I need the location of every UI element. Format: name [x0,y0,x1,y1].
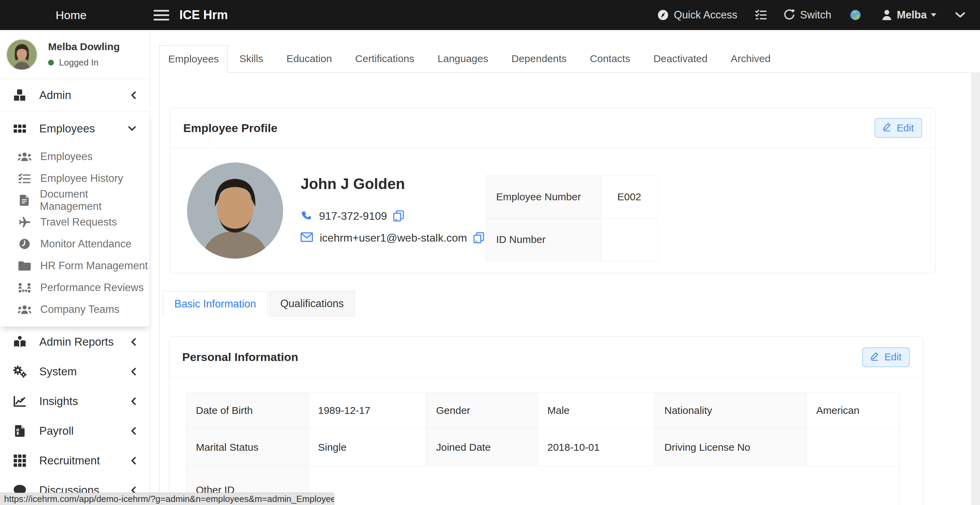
tab-certifications[interactable]: Certifications [344,45,426,73]
sidebar-group-recruitment[interactable]: Recruitment [0,446,150,475]
table-row: Employee Number E002 [486,176,658,218]
field-label: Employee Number [486,176,601,218]
tab-dependents[interactable]: Dependents [500,45,578,73]
edit-personal-information-button[interactable]: Edit [862,347,910,367]
user-menu-label: Melba [897,9,927,21]
plane-icon [17,217,32,228]
copy-icon[interactable] [473,232,484,244]
top-navbar: Home ICE Hrm Quick Access [0,0,980,30]
sidebar-item-hr-form-management[interactable]: HR Form Management [0,255,150,277]
edit-button-label: Edit [885,352,902,363]
subtab-basic-information[interactable]: Basic Information [163,291,268,316]
hamburger-icon[interactable] [154,10,169,21]
module-tabs: Employees Skills Education Certification… [159,45,782,73]
home-link[interactable]: Home [56,8,87,22]
payroll-file-icon [13,425,27,437]
tab-archived[interactable]: Archived [719,45,782,73]
status-dot [48,60,54,65]
tab-employees[interactable]: Employees [159,45,228,73]
app-brand[interactable]: ICE Hrm [180,8,228,22]
sidebar-item-employee-history[interactable]: Employee History [0,167,150,190]
tab-contacts[interactable]: Contacts [578,45,642,73]
sidebar-item-performance-reviews[interactable]: Performance Reviews [0,277,150,299]
field-value [601,218,658,261]
personal-information-card: Personal Information Edit Date of Birth [169,336,923,505]
switch-button[interactable]: Switch [783,9,831,21]
field-value: American [807,392,899,429]
field-label: Gender [426,392,538,429]
sidebar-item-label: Travel Requests [40,216,117,228]
sidebar-item-label: Company Teams [40,303,119,315]
tab-education[interactable]: Education [275,45,343,73]
grid-icon [13,124,27,134]
link-preview-status-bar: https://icehrm.com/app/demo-icehrm/?g=ad… [0,493,334,505]
table-row: ID Number [486,218,658,261]
switch-label: Switch [800,9,831,21]
chevron-down-icon [128,126,136,131]
tab-languages[interactable]: Languages [426,45,500,73]
sidebar-item-company-teams[interactable]: Company Teams [0,299,150,320]
subtab-qualifications[interactable]: Qualifications [270,291,355,316]
sidebar-group-employees[interactable]: Employees [0,112,150,146]
employee-numbers-table: Employee Number E002 ID Number [485,175,658,261]
chevron-left-icon [131,91,136,99]
employee-profile-card: Employee Profile Edit [170,108,935,273]
sidebar-group-payroll[interactable]: Payroll [0,416,150,446]
sidebar-group-admin[interactable]: Admin [0,79,150,112]
user-menu[interactable]: Melba [882,9,936,21]
field-value: 2018-10-01 [538,429,655,466]
sidebar-group-admin-reports[interactable]: Admin Reports [0,327,150,357]
tab-content-panel: Employee Profile Edit [159,72,972,505]
tab-skills[interactable]: Skills [228,45,275,73]
clock-icon [17,239,32,249]
topbar-actions: Quick Access Switch [657,8,965,21]
chevron-left-icon [131,427,136,435]
edit-profile-button[interactable]: Edit [875,118,922,138]
personal-information-table: Date of Birth 1989-12-17 Gender Male Nat… [186,392,899,505]
sidebar-item-travel-requests[interactable]: Travel Requests [0,211,150,233]
field-value: Male [538,392,655,429]
card-title: Employee Profile [183,121,277,135]
sidebar-group-label: Insights [39,395,78,408]
sidebar-group-insights[interactable]: Insights [0,386,150,416]
tasks-icon [755,9,767,21]
sidebar-group-system[interactable]: System [0,357,150,386]
quick-access-button[interactable]: Quick Access [657,9,737,21]
field-value: 1989-12-17 [309,392,426,429]
page-background [972,72,980,505]
chevron-down-icon [955,12,965,18]
chevron-left-icon [131,397,136,405]
sidebar-item-label: Employee History [40,172,123,185]
employee-name: John J Golden [301,175,484,193]
chevron-left-icon [131,368,136,376]
copy-icon[interactable] [393,210,404,222]
field-label: Driving License No [655,429,807,466]
pencil-icon [883,122,892,134]
table-row: Marital Status Single Joined Date 2018-1… [186,429,899,466]
sidebar-item-monitor-attendance[interactable]: Monitor Attendance [0,233,150,255]
tab-deactivated[interactable]: Deactivated [642,45,719,73]
sidebar-group-label: Employees [39,122,95,135]
sidebar-employees-submenu: Employees Employee History Document Mana… [0,146,150,320]
sidebar-item-label: Employees [40,150,92,163]
book-reader-icon [13,336,27,348]
field-value [807,429,899,466]
gears-icon [13,365,27,378]
field-label: Marital Status [186,429,309,466]
sidebar-item-label: Document Management [40,188,150,213]
avatar [6,39,38,70]
pencil-icon [870,352,879,363]
sidebar: Melba Dowling Logged In Admin Employees [0,30,150,505]
main-content: Employees Skills Education Certification… [150,30,980,505]
caret-down-icon [931,13,936,17]
tasks-button[interactable] [755,9,767,21]
file-icon [17,195,32,206]
collapse-header-button[interactable] [955,12,965,18]
chevron-left-icon [131,338,136,346]
th-icon [13,454,27,467]
employee-photo [187,162,283,259]
edit-button-label: Edit [897,123,914,134]
sidebar-item-employees[interactable]: Employees [0,146,150,167]
language-globe-button[interactable] [849,8,862,21]
sidebar-item-document-management[interactable]: Document Management [0,190,150,211]
